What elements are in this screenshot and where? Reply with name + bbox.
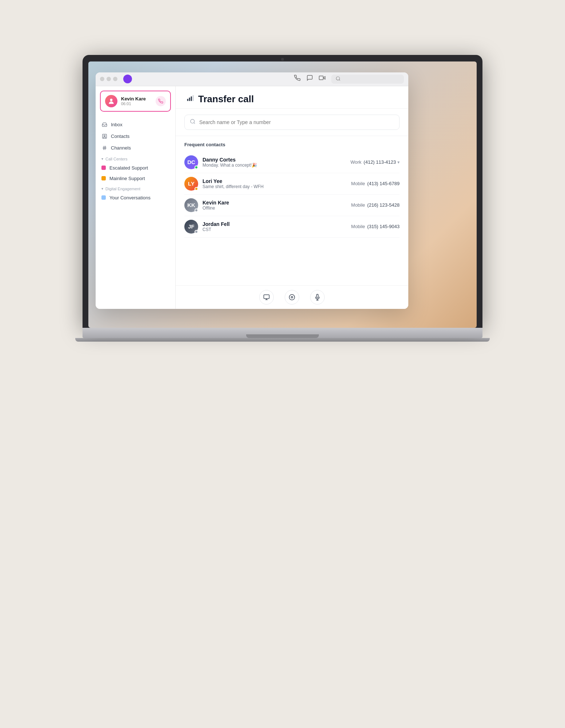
your-conversations-label: Your Conversations [109, 195, 151, 200]
contact-info: Lori Yee Same shirt, different day - WFH [203, 178, 347, 189]
status-offline-indicator [195, 208, 198, 212]
svg-rect-11 [187, 99, 188, 101]
svg-marker-0 [323, 76, 325, 79]
chat-icon[interactable] [306, 75, 313, 81]
record-button[interactable] [285, 290, 299, 305]
phone-type-label: Mobile [351, 181, 365, 186]
contacts-icon [101, 134, 107, 139]
svg-line-9 [104, 146, 104, 150]
contact-row[interactable]: JF Jordan Fell CST Mobile (315) 145-9043 [184, 216, 400, 238]
main-panel: Transfer call [176, 86, 408, 309]
sidebar-item-inbox[interactable]: Inbox [96, 119, 175, 131]
mute-button[interactable] [310, 290, 325, 305]
sidebar-item-contacts[interactable]: Contacts [96, 131, 175, 142]
title-bar-icons [294, 75, 404, 84]
contact-search-container [184, 115, 400, 130]
phone-number: (216) 123-5428 [367, 202, 400, 208]
digital-engagement-header: ▾ Digital Engagement [96, 184, 175, 192]
svg-point-4 [110, 99, 113, 101]
phone-type-label: Mobile [351, 202, 365, 208]
traffic-lights [100, 77, 117, 81]
laptop-bezel: Kevin Kare 06:01 [83, 55, 482, 328]
phone-type-label: Mobile [351, 224, 365, 229]
contact-name: Danny Cortes [203, 157, 346, 163]
app-logo [123, 75, 132, 83]
contact-row[interactable]: DC Danny Cortes Monday. What a concept!🎉… [184, 152, 400, 173]
chevron-down-icon[interactable]: ▾ [397, 160, 400, 165]
svg-rect-17 [264, 295, 269, 299]
channels-label: Channels [111, 145, 131, 151]
chevron-down-icon: ▾ [101, 157, 103, 161]
contact-info: Kevin Kare Offline [203, 200, 347, 211]
frequent-contacts-section: Frequent contacts DC Danny Cortes Monday… [176, 136, 408, 285]
avatar: DC [184, 155, 198, 169]
sidebar-item-channels[interactable]: Channels [96, 142, 175, 154]
contact-status: Monday. What a concept!🎉 [203, 163, 346, 168]
contact-phone: Work (412) 113-4123 ▾ [350, 159, 400, 165]
laptop-wrapper: Kevin Kare 06:01 [46, 55, 519, 637]
main-header: Transfer call [176, 86, 408, 109]
sidebar-item-escalated-support[interactable]: Escalated Support [96, 163, 175, 173]
active-call-card[interactable]: Kevin Kare 06:01 [100, 91, 171, 112]
call-active-icon [156, 96, 166, 106]
svg-rect-13 [191, 96, 192, 101]
caller-avatar [105, 95, 117, 107]
svg-line-3 [339, 79, 340, 80]
status-away-indicator [195, 187, 198, 191]
call-info: Kevin Kare 06:01 [121, 96, 152, 106]
signal-strength-icon [187, 95, 194, 104]
avatar: JF [184, 220, 198, 234]
contact-row[interactable]: KK Kevin Kare Offline Mobile (216) 123-5… [184, 195, 400, 216]
bottom-toolbar [176, 285, 408, 309]
contact-info: Jordan Fell CST [203, 221, 347, 232]
minimize-button[interactable] [107, 77, 111, 81]
global-search-bar[interactable] [331, 75, 404, 84]
svg-rect-14 [193, 95, 194, 101]
svg-rect-1 [319, 76, 323, 80]
escalated-support-dot [101, 166, 106, 170]
caller-name: Kevin Kare [121, 96, 152, 102]
mainline-support-dot [101, 176, 106, 180]
avatar: KK [184, 198, 198, 212]
mainline-support-label: Mainline Support [109, 176, 145, 181]
laptop-screen: Kevin Kare 06:01 [88, 61, 477, 328]
status-offline-indicator-2 [195, 230, 198, 234]
transfer-button[interactable] [259, 290, 274, 305]
sidebar: Kevin Kare 06:01 [96, 86, 176, 309]
contact-row[interactable]: LY Lori Yee Same shirt, different day - … [184, 173, 400, 195]
app-window: Kevin Kare 06:01 [96, 72, 408, 309]
svg-point-2 [336, 76, 340, 80]
app-content: Kevin Kare 06:01 [96, 86, 408, 309]
search-icon [336, 76, 341, 82]
escalated-support-label: Escalated Support [109, 165, 148, 171]
video-icon[interactable] [319, 75, 325, 81]
contact-status: Offline [203, 206, 347, 211]
sidebar-item-your-conversations[interactable]: Your Conversations [96, 192, 175, 203]
phone-icon[interactable] [294, 75, 301, 81]
frequent-contacts-label: Frequent contacts [184, 142, 400, 147]
laptop-feet [75, 338, 490, 342]
svg-line-16 [194, 123, 195, 124]
close-button[interactable] [100, 77, 104, 81]
svg-point-21 [291, 296, 293, 298]
contact-search-input[interactable] [199, 119, 394, 125]
your-conversations-dot [101, 195, 106, 200]
contact-name: Jordan Fell [203, 221, 347, 227]
contact-name: Kevin Kare [203, 200, 347, 206]
phone-number: (315) 145-9043 [367, 224, 400, 229]
sidebar-item-mainline-support[interactable]: Mainline Support [96, 173, 175, 184]
maximize-button[interactable] [113, 77, 117, 81]
phone-type-label: Work [350, 159, 361, 165]
svg-point-20 [289, 294, 295, 300]
laptop-camera [281, 58, 284, 61]
sidebar-nav: Inbox Contacts [96, 116, 175, 206]
contact-phone: Mobile (315) 145-9043 [351, 224, 400, 229]
contact-status: CST [203, 227, 347, 232]
laptop-base [83, 328, 482, 338]
svg-point-15 [191, 119, 195, 123]
laptop-hinge [246, 334, 319, 338]
status-online-indicator [195, 166, 198, 169]
search-section [176, 109, 408, 136]
inbox-icon [101, 122, 107, 128]
inbox-label: Inbox [111, 122, 123, 127]
